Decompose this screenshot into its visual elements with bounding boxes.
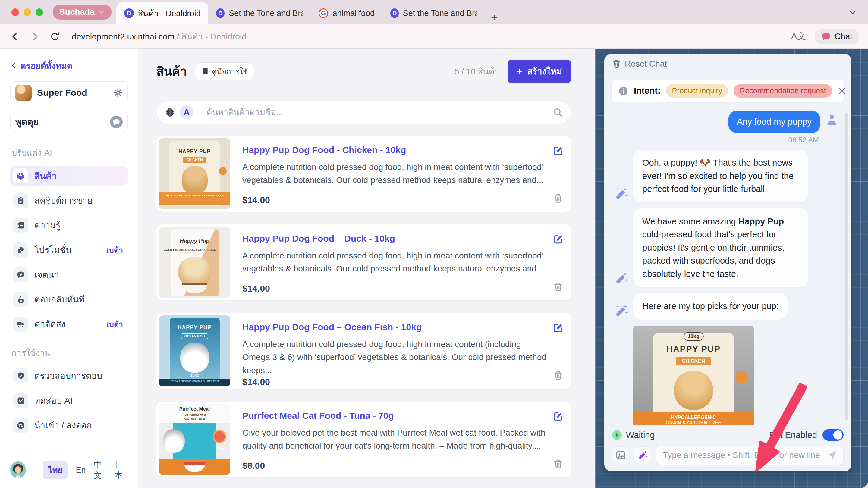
gear-icon[interactable]: [113, 88, 123, 98]
search-icon[interactable]: [553, 107, 563, 118]
info-icon: [618, 86, 628, 96]
reset-chat-button[interactable]: Reset Chat: [604, 54, 851, 74]
user-avatar[interactable]: [10, 461, 26, 478]
tab-animal-food[interactable]: G animal food: [311, 2, 382, 24]
edit-icon[interactable]: [553, 411, 563, 421]
product-count: 5 / 10 สินค้า: [455, 65, 499, 78]
status-label: Waiting: [626, 430, 655, 440]
magic-wand-icon: [615, 304, 628, 318]
language-thai[interactable]: ไทย: [43, 461, 68, 479]
status-zap-icon: [612, 430, 622, 440]
product-price: $8.00: [242, 461, 548, 471]
tab-label: Set the Tone and Brand: [403, 9, 477, 18]
close-icon[interactable]: [838, 87, 846, 96]
ai-suggest-button[interactable]: [634, 447, 651, 464]
create-label: สร้างใหม่: [527, 64, 562, 78]
create-new-button[interactable]: + สร้างใหม่: [507, 60, 571, 83]
browser-profile-chip[interactable]: Suchada: [53, 4, 112, 20]
url-host: development2.uxinthai.com: [72, 32, 175, 41]
tab-fade: [473, 2, 485, 24]
intent-label: Intent:: [634, 86, 661, 96]
book-icon: [201, 67, 209, 75]
shield-check-icon: [13, 368, 28, 384]
sidebar-item-test-ai[interactable]: ทดสอบ AI: [10, 391, 128, 411]
language-japanese[interactable]: 日本: [115, 459, 128, 481]
product-image-chicken: HAPPY PUP CHICKEN HYPOALLERGENIC GRAIN &…: [159, 138, 230, 209]
product-title-link[interactable]: Happy Pup Dog Food – Duck - 10kg: [242, 233, 548, 244]
product-title-link[interactable]: Happy Pup Dog Food - Chicken - 10kg: [242, 145, 548, 155]
product-image-ocean-fish: HAPPY PUP OCEAN FISH 10kg HYPOALLERGENIC…: [159, 315, 230, 387]
sidebar-item-import-export[interactable]: นำเข้า / ส่งออก: [10, 415, 128, 435]
sidebar-item-label: สินค้า: [34, 169, 125, 183]
bot-message-bubble: We have some amazing Happy Pup cold-pres…: [633, 208, 808, 287]
search-input[interactable]: [207, 107, 553, 117]
workspace-avatar: [16, 85, 32, 101]
tab-products[interactable]: D สินค้า - Dealdroid: [116, 2, 209, 24]
sidebar-item-intents[interactable]: เจตนา: [10, 265, 128, 285]
edit-icon[interactable]: [553, 145, 563, 156]
back-button[interactable]: [10, 32, 20, 41]
maximize-window-button[interactable]: [36, 8, 43, 16]
new-tab-button[interactable]: +: [491, 11, 498, 24]
bag-variant: CHICKEN: [183, 157, 207, 163]
product-price: $14.00: [242, 284, 548, 294]
browser-navbar: development2.uxinthai.com / สินค้า - Dea…: [0, 24, 868, 49]
product-title-link[interactable]: Happy Pup Dog Food – Ocean Fish - 10kg: [242, 322, 548, 332]
chat-preview-panel: Reset Chat Intent: Product inquiry Recom…: [595, 49, 868, 488]
product-title-link[interactable]: Purrfect Meal Cat Food - Tuna - 70g: [242, 411, 548, 421]
workspace-name: Super Food: [37, 88, 107, 98]
sidebar-item-knowledge[interactable]: ความรู้: [10, 216, 128, 235]
trash-icon[interactable]: [553, 282, 563, 292]
sidebar-item-sales-script[interactable]: สคริปต์การขาย: [10, 191, 128, 210]
beta-badge: เบต้า: [106, 244, 123, 256]
chat-scrollbar[interactable]: [845, 113, 848, 420]
browser-chat-extension-button[interactable]: Chat: [815, 29, 859, 44]
sidebar-item-shipping[interactable]: ค่าจัดส่ง เบต้า: [10, 314, 128, 334]
back-to-droids-link[interactable]: ดรอยด์ทั้งหมด: [10, 59, 128, 72]
sidebar-item-products[interactable]: สินค้า: [10, 166, 128, 186]
language-chinese[interactable]: 中文: [93, 459, 107, 481]
bot-enabled-toggle[interactable]: [823, 429, 844, 441]
reload-button[interactable]: [50, 32, 60, 41]
sidebar-item-label: โปรโมชั่น: [34, 243, 100, 257]
trash-icon[interactable]: [553, 370, 563, 381]
edit-icon[interactable]: [553, 323, 563, 333]
product-search-bar[interactable]: A: [156, 101, 571, 124]
cube-icon: [13, 168, 28, 184]
bag-brand: HAPPY PUP: [159, 324, 230, 331]
minimize-window-button[interactable]: [24, 8, 31, 16]
bot-message-row: Here are my top picks for your pup:: [615, 293, 839, 320]
intent-chip-product-inquiry: Product inquiry: [666, 84, 728, 98]
tab-set-tone-2[interactable]: D Set the Tone and Brand: [382, 2, 485, 24]
sidebar-item-promotions[interactable]: โปรโมชั่น เบต้า: [10, 240, 128, 260]
edit-icon[interactable]: [553, 234, 563, 244]
tab-set-tone-1[interactable]: D Set the Tone and Brand: [208, 2, 311, 24]
product-description: A complete nutrition cold pressed dog fo…: [242, 249, 548, 275]
message-input[interactable]: [663, 450, 827, 460]
trash-icon[interactable]: [553, 459, 563, 469]
chat-widget: Reset Chat Intent: Product inquiry Recom…: [604, 54, 851, 471]
intent-chip-recommendation: Recommendation request: [734, 84, 832, 98]
check-square-icon: [13, 393, 28, 408]
language-english[interactable]: En: [76, 465, 86, 475]
forward-button[interactable]: [30, 32, 40, 41]
close-window-button[interactable]: [11, 8, 19, 16]
user-guide-button[interactable]: คู่มือการใช้: [195, 62, 254, 80]
tab-fade: [299, 2, 311, 24]
workspace-card[interactable]: Super Food: [10, 82, 128, 104]
talk-label: พูดคุย: [16, 115, 110, 129]
sidebar-item-instant-replies[interactable]: ตอบกลับทันที: [10, 290, 128, 310]
translate-icon[interactable]: A文: [791, 30, 806, 42]
bag-claims: HYPOALLERGENIC GRAIN & GLUTEN FREE: [159, 192, 230, 205]
attach-image-button[interactable]: [612, 447, 629, 464]
address-bar[interactable]: development2.uxinthai.com / สินค้า - Dea…: [72, 30, 247, 43]
send-icon[interactable]: [827, 450, 838, 461]
tab-list-chevron-icon[interactable]: [848, 7, 857, 17]
bag-weight: 10kg: [684, 332, 704, 341]
tab-label: Set the Tone and Brand: [229, 9, 303, 18]
sidebar-item-review-answers[interactable]: ตรวจสอบการตอบ: [10, 366, 128, 386]
sidebar-item-talk[interactable]: พูดคุย: [10, 111, 128, 133]
trash-icon[interactable]: [553, 193, 563, 203]
sidebar-item-label: เจตนา: [34, 268, 125, 282]
recommended-product-image[interactable]: 10kg HAPPY PUP CHICKEN HYPOALLERGENIC GR…: [633, 326, 754, 425]
